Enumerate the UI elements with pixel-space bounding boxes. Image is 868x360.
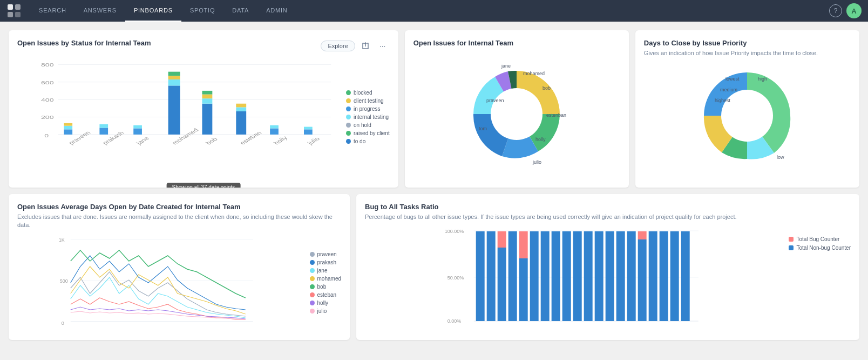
svg-rect-91	[660, 231, 668, 321]
card1-title: Open Issues by Status for Internal Team	[17, 39, 151, 47]
nav-admin[interactable]: ADMIN	[257, 0, 296, 22]
svg-rect-75	[508, 231, 517, 321]
svg-rect-80	[552, 231, 560, 321]
svg-text:0.00%: 0.00%	[447, 318, 462, 324]
svg-rect-85	[606, 231, 614, 321]
svg-rect-92	[670, 231, 679, 321]
svg-text:estenban: estenban	[546, 112, 566, 118]
svg-rect-86	[616, 231, 625, 321]
user-avatar[interactable]: A	[846, 3, 862, 18]
svg-rect-26	[202, 98, 212, 104]
bug-ratio-chart: 100.00% 50.00% 0.00%	[365, 225, 783, 328]
svg-rect-83	[584, 231, 593, 321]
card-avg-days-open: Open Issues Average Days Open by Date Cr…	[9, 194, 350, 340]
svg-rect-24	[168, 72, 180, 76]
svg-rect-20	[133, 125, 142, 129]
nav-pinboards[interactable]: PINBOARDS	[125, 0, 181, 22]
card1-legend: blocked client testing in progress inter…	[346, 57, 390, 165]
line-chart-svg: 1K 500 0	[17, 234, 306, 331]
svg-rect-16	[64, 123, 72, 126]
card4-title: Open Issues Average Days Open by Date Cr…	[17, 203, 341, 211]
svg-rect-2	[8, 12, 13, 17]
svg-rect-33	[270, 125, 279, 129]
svg-rect-29	[236, 111, 246, 135]
nav-data[interactable]: DATA	[223, 0, 257, 22]
svg-rect-1	[15, 4, 21, 10]
explore-button[interactable]: Explore	[321, 41, 355, 51]
card5-title: Bug to All Tasks Ratio	[365, 203, 851, 211]
more-options-button[interactable]: ···	[376, 39, 390, 53]
svg-rect-77	[519, 258, 528, 321]
donut-chart-3: high lowest medium highest low	[693, 64, 801, 167]
svg-rect-84	[595, 231, 603, 321]
svg-rect-23	[168, 76, 180, 79]
svg-rect-90	[649, 231, 657, 321]
card3-subtitle: Gives an indication of how Issue Priorit…	[644, 49, 851, 57]
card5-legend: Total Bug Counter Total Non-bug Counter	[789, 225, 851, 251]
svg-rect-14	[64, 129, 72, 135]
navbar: SEARCH ANSWERS PINBOARDS SPOTIQ DATA ADM…	[0, 0, 868, 22]
donut-chart-2: mohamed bob estenban holly jane praveen …	[463, 60, 571, 168]
svg-rect-79	[541, 231, 550, 321]
card5-subtitle: Percentage of bugs to all other issue ty…	[365, 213, 851, 221]
nav-right: ? A	[829, 3, 862, 18]
showing-badge: Showing all 37 data points	[166, 183, 240, 188]
card-open-issues-status: Open Issues by Status for Internal Team …	[9, 30, 398, 188]
svg-point-44	[491, 88, 542, 140]
app-logo	[6, 3, 22, 18]
svg-rect-31	[236, 104, 246, 108]
main-content: Open Issues by Status for Internal Team …	[0, 22, 868, 349]
svg-rect-76	[519, 231, 528, 258]
svg-text:julio: julio	[305, 136, 321, 145]
svg-rect-87	[627, 231, 636, 321]
svg-rect-3	[15, 12, 21, 17]
svg-rect-35	[304, 127, 313, 130]
svg-text:200: 200	[41, 115, 54, 120]
svg-text:50.00%: 50.00%	[447, 275, 464, 281]
svg-text:1K: 1K	[59, 237, 65, 243]
card4-subtitle: Excludes issues that are done. Issues ar…	[17, 213, 341, 230]
svg-rect-73	[498, 231, 506, 248]
svg-rect-74	[498, 248, 506, 321]
svg-rect-30	[236, 107, 246, 111]
svg-rect-89	[638, 239, 647, 321]
share-button[interactable]	[358, 39, 372, 53]
help-button[interactable]: ?	[829, 4, 842, 17]
svg-rect-27	[202, 95, 212, 99]
svg-rect-81	[562, 231, 571, 321]
svg-text:bob: bob	[204, 136, 219, 145]
line-chart: 1K 500 0	[17, 234, 306, 331]
svg-rect-78	[530, 231, 539, 321]
svg-text:holly: holly	[272, 135, 289, 145]
svg-text:mohamed: mohamed	[523, 71, 545, 76]
nav-search[interactable]: SEARCH	[30, 0, 75, 22]
svg-text:100.00%: 100.00%	[445, 229, 464, 234]
svg-rect-22	[168, 79, 180, 85]
card3-title: Days to Close by Issue Priority	[644, 39, 851, 47]
card1-actions: Explore ···	[321, 39, 389, 53]
svg-text:0: 0	[62, 321, 64, 326]
svg-rect-19	[133, 128, 142, 134]
bar-chart: 800 600 400 200 0	[17, 57, 340, 165]
row-1: Open Issues by Status for Internal Team …	[9, 30, 859, 188]
svg-text:holly: holly	[535, 137, 546, 142]
svg-text:0: 0	[44, 133, 49, 138]
svg-text:bob: bob	[542, 85, 551, 91]
svg-rect-88	[638, 231, 647, 239]
nav-answers[interactable]: ANSWERS	[75, 0, 125, 22]
svg-text:high: high	[758, 76, 767, 82]
svg-rect-0	[8, 4, 13, 10]
svg-rect-34	[304, 129, 313, 135]
card-bug-ratio: Bug to All Tasks Ratio Percentage of bug…	[356, 194, 859, 340]
card4-legend: praveen prakash jane mohamed bob esteban…	[310, 234, 341, 331]
row-2: Open Issues Average Days Open by Date Cr…	[9, 194, 859, 340]
nav-spotiq[interactable]: SPOTIQ	[181, 0, 223, 22]
bug-ratio-svg: 100.00% 50.00% 0.00%	[365, 225, 783, 328]
card-open-issues-team: Open Issues for Internal Team	[405, 30, 629, 188]
svg-rect-25	[202, 104, 212, 135]
svg-text:lowest: lowest	[725, 76, 740, 82]
svg-text:800: 800	[41, 62, 54, 68]
card2-title: Open Issues for Internal Team	[413, 39, 620, 47]
svg-rect-71	[476, 231, 485, 321]
nav-links: SEARCH ANSWERS PINBOARDS SPOTIQ DATA ADM…	[30, 0, 296, 22]
